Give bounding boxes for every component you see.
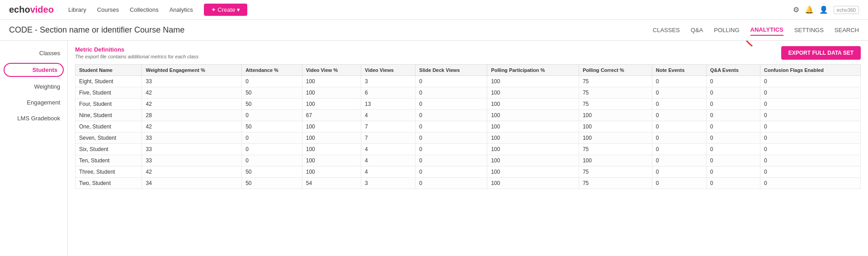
cell-7-4: 4 [361, 155, 415, 166]
cell-4-3: 100 [302, 121, 361, 133]
tab-classes[interactable]: CLASSES [653, 25, 680, 35]
cell-5-10: 0 [760, 133, 861, 144]
cell-7-10: 0 [760, 155, 861, 166]
cell-8-3: 100 [302, 166, 361, 178]
cell-7-3: 100 [302, 155, 361, 166]
cell-2-9: 0 [706, 99, 760, 110]
col-header-0: Student Name [75, 65, 142, 76]
cell-0-9: 0 [706, 76, 760, 87]
col-header-7: Polling Correct % [579, 65, 652, 76]
cell-5-9: 0 [706, 133, 760, 144]
cell-7-9: 0 [706, 155, 760, 166]
metric-subtitle: The export file contains additional metr… [75, 54, 198, 59]
cell-9-9: 0 [706, 178, 760, 189]
bell-icon[interactable]: 🔔 [805, 5, 814, 14]
col-header-8: Note Events [652, 65, 706, 76]
cell-9-4: 3 [361, 178, 415, 189]
cell-1-7: 75 [579, 87, 652, 99]
cell-4-2: 50 [242, 121, 302, 133]
cell-4-4: 7 [361, 121, 415, 133]
cell-9-7: 75 [579, 178, 652, 189]
cell-3-9: 0 [706, 110, 760, 121]
tab-settings[interactable]: SETTINGS [794, 25, 824, 35]
sidebar-item-lms-gradebook[interactable]: LMS Gradebook [0, 110, 67, 126]
cell-1-5: 0 [415, 87, 487, 99]
cell-6-0: Six, Student [75, 144, 142, 155]
course-title: CODE - Section name or identifier Course… [9, 25, 184, 35]
content-header: Metric Definitions The export file conta… [75, 46, 861, 60]
tab-analytics[interactable]: ANALYTICS [750, 24, 783, 36]
create-button[interactable]: ✦ Create ▾ [204, 4, 247, 16]
cell-2-4: 13 [361, 99, 415, 110]
cell-6-5: 0 [415, 144, 487, 155]
cell-2-1: 42 [142, 99, 242, 110]
cell-3-2: 0 [242, 110, 302, 121]
export-button[interactable]: EXPORT FULL DATA SET [781, 46, 861, 60]
cell-4-8: 0 [652, 121, 706, 133]
cell-9-1: 34 [142, 178, 242, 189]
cell-5-1: 33 [142, 133, 242, 144]
col-header-5: Slide Deck Views [415, 65, 487, 76]
cell-8-9: 0 [706, 166, 760, 178]
course-header: CODE - Section name or identifier Course… [0, 20, 868, 41]
cell-6-1: 33 [142, 144, 242, 155]
sidebar-item-engagement[interactable]: Engagement [0, 95, 67, 110]
cell-7-1: 33 [142, 155, 242, 166]
cell-8-5: 0 [415, 166, 487, 178]
cell-7-6: 100 [487, 155, 579, 166]
tab-search[interactable]: SEARCH [835, 25, 859, 35]
cell-8-10: 0 [760, 166, 861, 178]
logo-echo: echo [9, 5, 30, 15]
cell-3-3: 67 [302, 110, 361, 121]
cell-1-9: 0 [706, 87, 760, 99]
sidebar-item-weighting[interactable]: Weighting [0, 79, 67, 95]
metric-title: Metric Definitions [75, 46, 198, 53]
tab-polling[interactable]: POLLING [714, 25, 739, 35]
table-row: Three, Student42501004010075000 [75, 166, 861, 178]
main-layout: Classes Students Weighting Engagement LM… [0, 41, 868, 256]
top-nav: echovideo Library Courses Collections An… [0, 0, 868, 20]
cell-0-5: 0 [415, 76, 487, 87]
col-header-1: Weighted Engagement % [142, 65, 242, 76]
cell-6-3: 100 [302, 144, 361, 155]
cell-3-6: 100 [487, 110, 579, 121]
col-header-6: Polling Participation % [487, 65, 579, 76]
table-row: Seven, Student33010070100100000 [75, 133, 861, 144]
sidebar-item-classes[interactable]: Classes [0, 45, 67, 61]
cell-2-0: Four, Student [75, 99, 142, 110]
col-header-10: Confusion Flags Enabled [760, 65, 861, 76]
cell-8-7: 75 [579, 166, 652, 178]
cell-8-2: 50 [242, 166, 302, 178]
sidebar-item-students[interactable]: Students [4, 63, 64, 77]
cell-4-5: 0 [415, 121, 487, 133]
col-header-9: Q&A Events [706, 65, 760, 76]
settings-icon[interactable]: ⚙ [793, 5, 799, 14]
user-icon[interactable]: 👤 [819, 5, 828, 14]
cell-6-9: 0 [706, 144, 760, 155]
tab-qa[interactable]: Q&A [691, 25, 703, 35]
export-area: EXPORT FULL DATA SET [781, 46, 861, 60]
cell-2-3: 100 [302, 99, 361, 110]
course-tabs: CLASSES Q&A POLLING ANALYTICS SETTINGS S… [653, 24, 859, 36]
cell-5-5: 0 [415, 133, 487, 144]
cell-6-10: 0 [760, 144, 861, 155]
nav-courses[interactable]: Courses [97, 6, 119, 13]
logo: echovideo [9, 5, 54, 15]
cell-5-3: 100 [302, 133, 361, 144]
cell-2-6: 100 [487, 99, 579, 110]
nav-library[interactable]: Library [68, 6, 86, 13]
col-header-3: Video View % [302, 65, 361, 76]
cell-1-1: 42 [142, 87, 242, 99]
cell-2-5: 0 [415, 99, 487, 110]
red-arrow-annotation [734, 41, 770, 48]
nav-analytics[interactable]: Analytics [170, 6, 193, 13]
table-row: Two, Student3450543010075000 [75, 178, 861, 189]
cell-6-7: 75 [579, 144, 652, 155]
cell-9-5: 0 [415, 178, 487, 189]
cell-8-4: 4 [361, 166, 415, 178]
cell-3-8: 0 [652, 110, 706, 121]
content-area: Metric Definitions The export file conta… [68, 41, 868, 256]
nav-collections[interactable]: Collections [130, 6, 159, 13]
cell-7-5: 0 [415, 155, 487, 166]
cell-9-0: Two, Student [75, 178, 142, 189]
